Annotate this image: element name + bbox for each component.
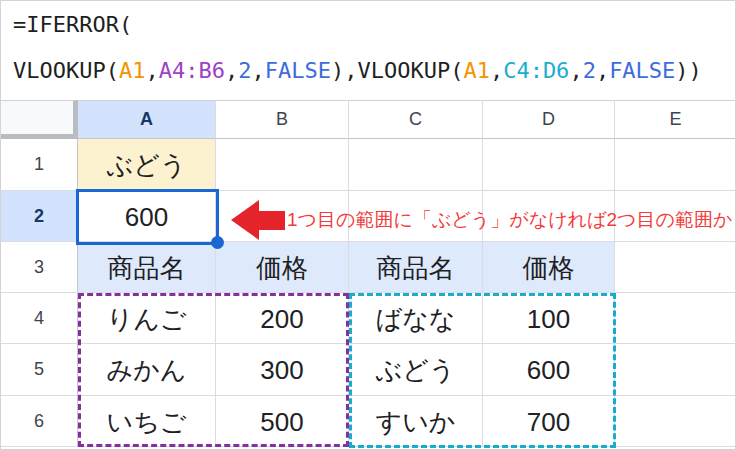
cell-D1[interactable] — [483, 139, 615, 191]
formula-token: , — [225, 58, 238, 83]
formula-token: VLOOKUP( — [13, 58, 119, 83]
column-header-c[interactable]: C — [349, 100, 483, 139]
column-header-b[interactable]: B — [216, 100, 349, 139]
formula-token: FALSE — [609, 58, 675, 83]
cell-A4[interactable]: りんご — [78, 293, 216, 344]
column-header-e[interactable]: E — [615, 100, 736, 139]
cell-B1[interactable] — [216, 139, 349, 191]
cell-B3[interactable]: 価格 — [216, 242, 349, 293]
cell-E1[interactable] — [615, 139, 736, 191]
formula-token: , — [569, 58, 582, 83]
formula-token: 2 — [238, 58, 251, 83]
cell-E6[interactable] — [615, 396, 736, 447]
cell-A5[interactable]: みかん — [78, 344, 216, 396]
cell-C5[interactable]: ぶどう — [349, 344, 483, 396]
formula-bar[interactable]: =IFERROR( VLOOKUP(A1,A4:B6,2,FALSE),VLOO… — [1, 1, 736, 100]
cell-B4[interactable]: 200 — [216, 293, 349, 344]
cell-D2[interactable] — [483, 191, 615, 242]
cell-E5[interactable] — [615, 344, 736, 396]
formula-token: FALSE — [265, 58, 331, 83]
column-header-a[interactable]: A — [78, 100, 216, 139]
cell-C6[interactable]: すいか — [349, 396, 483, 447]
cell-B2[interactable] — [216, 191, 349, 242]
cell-B5[interactable]: 300 — [216, 344, 349, 396]
cell-E4[interactable] — [615, 293, 736, 344]
formula-token: , — [145, 58, 158, 83]
formula-line-2[interactable]: VLOOKUP(A1,A4:B6,2,FALSE),VLOOKUP(A1,C4:… — [13, 56, 702, 86]
row-header-5[interactable]: 5 — [1, 344, 78, 396]
formula-token: , — [596, 58, 609, 83]
formula-token: , — [490, 58, 503, 83]
row-header-6[interactable]: 6 — [1, 396, 78, 447]
row-header-2[interactable]: 2 — [1, 191, 78, 242]
formula-ref-a4b6: A4:B6 — [159, 58, 225, 83]
formula-ref-a1: A1 — [119, 58, 146, 83]
row-header-4[interactable]: 4 — [1, 293, 78, 344]
formula-ref-a1: A1 — [463, 58, 490, 83]
cell-D5[interactable]: 600 — [483, 344, 615, 396]
formula-token: , — [251, 58, 264, 83]
sheet-grid: A B C D E 1 ぶどう 2 600 3 商品名 価格 商品名 価格 4 … — [1, 100, 736, 447]
cell-D3[interactable]: 価格 — [483, 242, 615, 293]
cell-C4[interactable]: ばなな — [349, 293, 483, 344]
formula-token: )) — [675, 58, 702, 83]
cell-C3[interactable]: 商品名 — [349, 242, 483, 293]
cell-C1[interactable] — [349, 139, 483, 191]
cell-A2[interactable]: 600 — [78, 191, 216, 242]
cell-E3[interactable] — [615, 242, 736, 293]
formula-line-1[interactable]: =IFERROR( — [13, 10, 132, 40]
fill-handle[interactable] — [211, 236, 224, 249]
cell-A6[interactable]: いちご — [78, 396, 216, 447]
cell-A3[interactable]: 商品名 — [78, 242, 216, 293]
row-header-3[interactable]: 3 — [1, 242, 78, 293]
formula-token: =IFERROR( — [13, 12, 132, 37]
cell-E2[interactable] — [615, 191, 736, 242]
formula-ref-c4d6: C4:D6 — [503, 58, 569, 83]
cell-D4[interactable]: 100 — [483, 293, 615, 344]
cell-B6[interactable]: 500 — [216, 396, 349, 447]
select-all-corner[interactable] — [1, 100, 78, 139]
cell-C2[interactable] — [349, 191, 483, 242]
formula-token: ),VLOOKUP( — [331, 58, 463, 83]
row-header-1[interactable]: 1 — [1, 139, 78, 191]
cell-D6[interactable]: 700 — [483, 396, 615, 447]
formula-token: 2 — [583, 58, 596, 83]
column-header-d[interactable]: D — [483, 100, 615, 139]
spreadsheet-screenshot: =IFERROR( VLOOKUP(A1,A4:B6,2,FALSE),VLOO… — [0, 0, 736, 450]
cell-A1[interactable]: ぶどう — [78, 139, 216, 191]
